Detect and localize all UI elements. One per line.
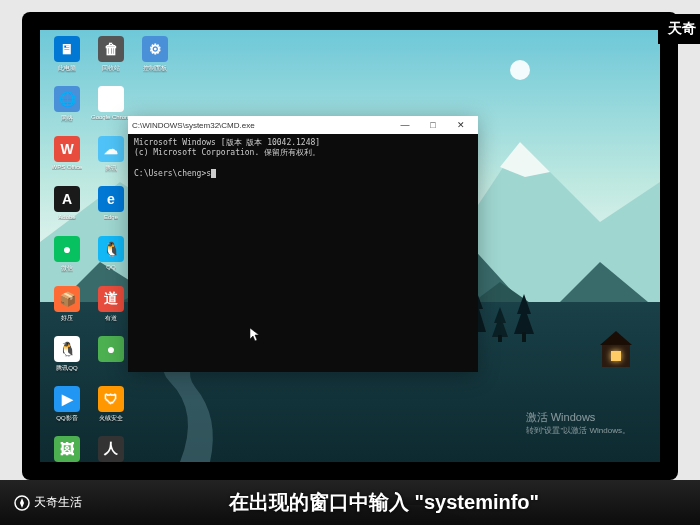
desktop-icon[interactable]: ◉Google Chrome — [90, 86, 132, 134]
cmd-prompt-line: C:\Users\cheng>s — [134, 169, 472, 179]
icon-label: WPS Office — [52, 164, 83, 170]
desktop-icon[interactable]: 道有道 — [90, 286, 132, 334]
icon-label: 腾讯 — [105, 164, 117, 173]
cursor-icon — [211, 169, 216, 178]
icon-label: 回收站 — [102, 64, 120, 73]
close-button[interactable]: ✕ — [448, 117, 474, 133]
app-icon: 📦 — [54, 286, 80, 312]
icon-label: 腾讯QQ — [56, 364, 77, 373]
app-icon: 人 — [98, 436, 124, 462]
app-icon: e — [98, 186, 124, 212]
cmd-title-text: C:\WINDOWS\system32\CMD.exe — [132, 121, 392, 130]
desktop-icon[interactable]: 🛡火绒安全 — [90, 386, 132, 434]
svg-rect-3 — [522, 332, 526, 342]
cmd-body[interactable]: Microsoft Windows [版本 版本 10042.1248] (c)… — [128, 134, 478, 372]
desktop-icon[interactable]: eEdge — [90, 186, 132, 234]
desktop-icon[interactable]: 🐧腾讯QQ — [46, 336, 88, 384]
app-icon: ⚙ — [142, 36, 168, 62]
app-icon: 道 — [98, 286, 124, 312]
desktop-icon[interactable]: ☁腾讯 — [90, 136, 132, 184]
app-icon: 🐧 — [98, 236, 124, 262]
app-icon: ● — [98, 336, 124, 362]
app-icon: 🖥 — [54, 36, 80, 62]
icon-label: 好压 — [61, 314, 73, 323]
desktop-icon[interactable]: WWPS Office — [46, 136, 88, 184]
desktop-icon[interactable]: ● — [90, 336, 132, 384]
maximize-button[interactable]: □ — [420, 117, 446, 133]
instruction-caption: 在出现的窗口中输入 "systeminfo" — [82, 489, 686, 516]
top-watermark: 天奇 — [658, 14, 700, 44]
house-window-icon — [611, 351, 621, 361]
app-icon: 🌐 — [54, 86, 80, 112]
desktop-icon[interactable]: ⚙控制面板 — [134, 36, 176, 84]
cmd-output-line: Microsoft Windows [版本 版本 10042.1248] — [134, 138, 472, 148]
icon-label: QQ影音 — [56, 414, 77, 423]
compass-icon — [14, 495, 30, 511]
app-icon: 🖼 — [54, 436, 80, 462]
wallpaper-house — [602, 343, 630, 367]
desktop-screen: 🖥此电脑🗑回收站⚙控制面板🌐网络◉Google ChromeWWPS Offic… — [40, 30, 660, 462]
wallpaper-moon — [510, 60, 530, 80]
cmd-output-line: (c) Microsoft Corporation. 保留所有权利。 — [134, 148, 472, 158]
app-icon: 🛡 — [98, 386, 124, 412]
desktop-icon[interactable]: 🗑回收站 — [90, 36, 132, 84]
icon-label: 微信 — [61, 264, 73, 273]
icon-label: 控制面板 — [143, 64, 167, 73]
activation-subtitle: 转到"设置"以激活 Windows。 — [526, 425, 630, 436]
icon-label: 网络 — [61, 114, 73, 123]
desktop-icon[interactable]: 📦好压 — [46, 286, 88, 334]
mouse-cursor-icon — [250, 328, 260, 342]
desktop-icon[interactable]: 人人人影视 — [90, 436, 132, 462]
desktop-icon[interactable]: 🖼图片 — [46, 436, 88, 462]
windows-activation-watermark: 激活 Windows 转到"设置"以激活 Windows。 — [526, 410, 630, 436]
app-icon: ◉ — [98, 86, 124, 112]
desktop-icon[interactable]: ●微信 — [46, 236, 88, 284]
svg-rect-2 — [498, 335, 502, 342]
cmd-window[interactable]: C:\WINDOWS\system32\CMD.exe — □ ✕ Micros… — [128, 116, 478, 372]
app-icon: 🗑 — [98, 36, 124, 62]
brand-text: 天奇生活 — [34, 494, 82, 511]
desktop-icon[interactable]: AAdobe — [46, 186, 88, 234]
icon-label: 火绒安全 — [99, 414, 123, 423]
cmd-blank-line — [134, 159, 472, 169]
desktop-icon[interactable]: 🌐网络 — [46, 86, 88, 134]
icon-label: Google Chrome — [91, 114, 131, 120]
desktop-icon[interactable]: 🐧QQ — [90, 236, 132, 284]
desktop-icon[interactable]: ▶QQ影音 — [46, 386, 88, 434]
icon-label: QQ — [106, 264, 115, 270]
icon-label: Edge — [104, 214, 118, 220]
monitor-frame: 🖥此电脑🗑回收站⚙控制面板🌐网络◉Google ChromeWWPS Offic… — [22, 12, 678, 480]
icon-label: Adobe — [58, 214, 75, 220]
app-icon: A — [54, 186, 80, 212]
app-icon: 🐧 — [54, 336, 80, 362]
icon-label: 此电脑 — [58, 64, 76, 73]
activation-title: 激活 Windows — [526, 410, 630, 425]
app-icon: W — [54, 136, 80, 162]
desktop-icon[interactable]: 🖥此电脑 — [46, 36, 88, 84]
bottom-caption-bar: 天奇生活 在出现的窗口中输入 "systeminfo" — [0, 480, 700, 525]
cmd-titlebar[interactable]: C:\WINDOWS\system32\CMD.exe — □ ✕ — [128, 116, 478, 134]
app-icon: ● — [54, 236, 80, 262]
minimize-button[interactable]: — — [392, 117, 418, 133]
brand-logo: 天奇生活 — [14, 494, 82, 511]
app-icon: ☁ — [98, 136, 124, 162]
app-icon: ▶ — [54, 386, 80, 412]
icon-label: 有道 — [105, 314, 117, 323]
